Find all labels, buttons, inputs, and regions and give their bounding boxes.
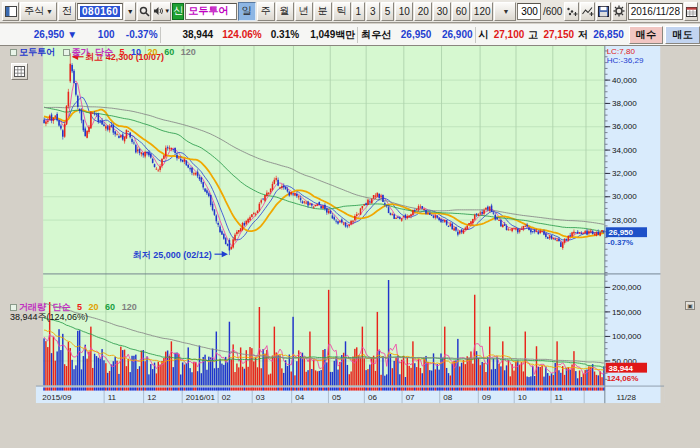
empty-select[interactable]: ▼ [494,2,516,21]
svg-text:100,000: 100,000 [612,332,642,341]
hc-value: HC:-36,29 [607,56,644,65]
down-arrow-icon: ▼ [67,29,77,40]
open-price: 27,100 [489,29,525,40]
asset-type-select[interactable]: 주식▼ [20,2,57,21]
calendar-button[interactable] [684,2,698,21]
search-button[interactable] [137,2,151,21]
best-ask: 26,950 [392,29,431,40]
current-price: 26,950 ▼ [6,29,77,40]
buy-button[interactable]: 매수 [629,26,664,44]
bars-total-label: /600 [542,6,563,17]
period-tick-button[interactable]: 틱 [333,2,351,21]
divider [357,27,358,43]
svg-text:34,000: 34,000 [612,146,637,155]
interval-30-button[interactable]: 30 [433,2,451,21]
svg-text:30,000: 30,000 [612,192,637,201]
search-icon [139,6,150,17]
save-button[interactable] [596,2,611,21]
interval-1-button[interactable]: 1 [352,2,366,21]
low-label: 저 [577,28,588,42]
interval-20-button[interactable]: 20 [414,2,432,21]
chart-tool-button[interactable] [11,63,28,80]
svg-text:10: 10 [518,393,527,402]
asset-type-label: 주식 [24,4,44,18]
ma20-legend[interactable]: 20 [148,47,158,57]
scatter-plus-icon [566,6,578,17]
volume-readout: 38,944주(124,06%) [10,311,88,324]
svg-text:150,000: 150,000 [612,308,642,317]
divider [475,27,476,43]
svg-text:09: 09 [482,393,491,402]
svg-text:-0.37%: -0.37% [608,238,634,247]
svg-text:36,000: 36,000 [612,122,637,131]
chevron-down-icon: ▼ [127,8,134,15]
svg-text:38,944: 38,944 [608,364,633,373]
right-frame [660,46,664,407]
price-change-pct: -0.37% [115,29,158,40]
high-price: 27,150 [539,29,575,40]
all-market-button[interactable]: 전 [58,2,76,21]
checkbox-icon[interactable] [10,304,17,311]
left-frame [36,46,43,407]
open-label: 시 [478,28,489,42]
ma120-legend[interactable]: 120 [181,47,196,57]
vma60-legend[interactable]: 60 [105,302,115,312]
trendline-button[interactable] [580,2,595,21]
grid-icon [14,66,25,77]
interval-60-button[interactable]: 60 [452,2,470,21]
bars-count-input[interactable]: 300 [517,3,541,20]
settings-button[interactable] [612,2,627,21]
window-layout-icon [5,6,17,17]
best-bid: 26,900 [431,29,472,40]
code-dropdown-button[interactable]: ▼ [124,2,136,21]
sound-button[interactable]: ▼ [152,2,171,21]
interval-3-button[interactable]: 3 [366,2,380,21]
ma60-legend[interactable]: 60 [164,47,174,57]
interval-10-button[interactable]: 10 [395,2,413,21]
svg-text:02: 02 [222,393,231,402]
speaker-icon [153,6,164,16]
period-weekly-button[interactable]: 주 [257,2,275,21]
svg-text:최저 25,000 (02/12): 최저 25,000 (02/12) [133,250,212,260]
volume-value: 38,944 [163,29,214,40]
ma5-legend[interactable]: 5 [120,47,125,57]
period-daily-button[interactable]: 일 [238,2,256,21]
period-minute-button[interactable]: 분 [314,2,332,21]
interval-120-button[interactable]: 120 [471,2,493,21]
new-listing-badge: 신 [172,3,184,20]
svg-text:11/28: 11/28 [617,393,637,402]
svg-text:2015/09: 2015/09 [42,393,72,402]
svg-text:26,950: 26,950 [608,228,633,237]
svg-text:11: 11 [108,393,117,402]
best-quote-label: 최우선 [360,28,392,42]
ma10-legend[interactable]: 10 [131,47,141,57]
window-layout-button[interactable] [2,2,19,21]
compare-button[interactable] [564,2,579,21]
vma120-legend[interactable]: 120 [122,302,137,312]
date-input[interactable]: 2016/11/28 [628,3,683,20]
vma20-legend[interactable]: 20 [89,302,99,312]
svg-text:12: 12 [147,393,156,402]
chart-region: 40,00038,00036,00034,00032,00030,00028,0… [0,46,700,448]
turnover-ratio: 0.31% [262,29,299,40]
svg-text:200,000: 200,000 [612,283,642,292]
divider [160,27,161,43]
interval-5-button[interactable]: 5 [381,2,395,21]
stock-name-field[interactable]: 모두투어 [185,3,236,20]
svg-text:05: 05 [332,393,341,402]
hts-chart-window: 주식▼ 전 080160 ▼ ▼ 신 모두투어 일 주 월 년 분 틱 1 3 … [0,0,700,448]
chart-canvas[interactable]: 40,00038,00036,00034,00032,00030,00028,0… [0,46,700,448]
chevron-down-icon: ▼ [503,8,510,15]
stock-code-value: 080160 [80,6,120,17]
sell-button[interactable]: 매도 [665,26,700,44]
calendar-icon [686,6,697,17]
checkbox-icon[interactable] [10,49,17,56]
checkbox-icon[interactable] [63,49,70,56]
trendline-plus-icon [582,6,594,17]
period-yearly-button[interactable]: 년 [295,2,313,21]
chevron-down-icon: ▼ [46,8,53,15]
panel-collapse-button[interactable]: ▣ [685,301,695,310]
svg-text:32,000: 32,000 [612,169,637,178]
stock-code-input[interactable]: 080160 [77,3,123,20]
period-monthly-button[interactable]: 월 [276,2,294,21]
